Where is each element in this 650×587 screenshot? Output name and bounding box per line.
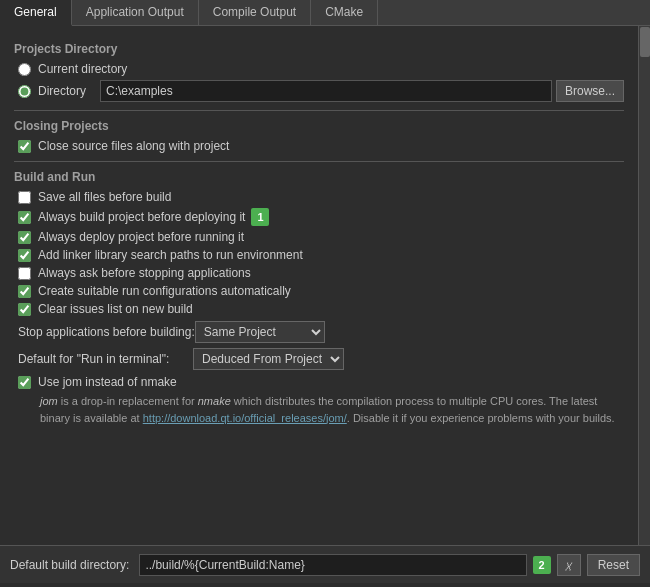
build-and-run-title: Build and Run [14, 170, 624, 184]
run-in-terminal-row: Default for "Run in terminal": Deduced F… [14, 348, 624, 370]
badge-2: 2 [533, 556, 551, 574]
stop-apps-label: Stop applications before building: [18, 325, 195, 339]
browse-button[interactable]: Browse... [556, 80, 624, 102]
run-in-terminal-select[interactable]: Deduced From Project Enabled Disabled [193, 348, 344, 370]
jom-italic-1: jom [40, 395, 58, 407]
directory-input[interactable] [100, 80, 552, 102]
jom-text-2: is a drop-in replacement for [58, 395, 198, 407]
directory-radio[interactable] [18, 85, 31, 98]
save-all-row: Save all files before build [14, 190, 624, 204]
reset-button[interactable]: Reset [587, 554, 640, 576]
divider-2 [14, 161, 624, 162]
main-content: Projects Directory Current directory Dir… [0, 26, 638, 545]
projects-directory-title: Projects Directory [14, 42, 624, 56]
tab-application-output[interactable]: Application Output [72, 0, 199, 25]
variable-icon: ꭓ [565, 557, 572, 573]
jom-italic-2: nmake [198, 395, 231, 407]
current-directory-label: Current directory [38, 62, 127, 76]
create-suitable-label: Create suitable run configurations autom… [38, 284, 291, 298]
create-suitable-checkbox[interactable] [18, 285, 31, 298]
current-directory-row: Current directory [14, 62, 624, 76]
always-deploy-row: Always deploy project before running it [14, 230, 624, 244]
add-linker-row: Add linker library search paths to run e… [14, 248, 624, 262]
always-build-row: Always build project before deploying it… [14, 208, 624, 226]
always-deploy-checkbox[interactable] [18, 231, 31, 244]
create-suitable-row: Create suitable run configurations autom… [14, 284, 624, 298]
use-jom-label: Use jom instead of nmake [38, 375, 177, 389]
always-build-label: Always build project before deploying it [38, 210, 245, 224]
directory-label: Directory [38, 84, 100, 98]
tab-cmake-label: CMake [325, 5, 363, 19]
scrollbar-thumb[interactable] [640, 27, 650, 57]
add-linker-checkbox[interactable] [18, 249, 31, 262]
add-linker-label: Add linker library search paths to run e… [38, 248, 303, 262]
tab-cmake[interactable]: CMake [311, 0, 378, 25]
run-in-terminal-label: Default for "Run in terminal": [18, 352, 193, 366]
tab-bar: General Application Output Compile Outpu… [0, 0, 650, 26]
close-source-row: Close source files along with project [14, 139, 624, 153]
directory-row: Directory Browse... [14, 80, 624, 102]
stop-apps-row: Stop applications before building: Same … [14, 321, 624, 343]
closing-projects-title: Closing Projects [14, 119, 624, 133]
scrollbar[interactable] [638, 26, 650, 545]
stop-apps-select[interactable]: Same Project Always Never [195, 321, 325, 343]
badge-1: 1 [251, 208, 269, 226]
use-jom-row: Use jom instead of nmake [14, 375, 624, 389]
jom-text-4: . Disable it if you experience problems … [347, 412, 615, 424]
close-source-label: Close source files along with project [38, 139, 229, 153]
jom-link[interactable]: http://download.qt.io/official_releases/… [143, 412, 347, 424]
tab-compile-output[interactable]: Compile Output [199, 0, 311, 25]
tab-compile-output-label: Compile Output [213, 5, 296, 19]
always-ask-checkbox[interactable] [18, 267, 31, 280]
always-ask-row: Always ask before stopping applications [14, 266, 624, 280]
always-build-checkbox[interactable] [18, 211, 31, 224]
clear-issues-label: Clear issues list on new build [38, 302, 193, 316]
jom-description: jom is a drop-in replacement for nmake w… [14, 393, 624, 426]
always-ask-label: Always ask before stopping applications [38, 266, 251, 280]
variable-button[interactable]: ꭓ [557, 554, 581, 576]
current-directory-radio[interactable] [18, 63, 31, 76]
tab-general-label: General [14, 5, 57, 19]
divider-1 [14, 110, 624, 111]
build-dir-label: Default build directory: [10, 558, 129, 572]
tab-general[interactable]: General [0, 0, 72, 26]
bottom-bar: Default build directory: 2 ꭓ Reset [0, 545, 650, 583]
clear-issues-row: Clear issues list on new build [14, 302, 624, 316]
close-source-checkbox[interactable] [18, 140, 31, 153]
use-jom-checkbox[interactable] [18, 376, 31, 389]
save-all-checkbox[interactable] [18, 191, 31, 204]
always-deploy-label: Always deploy project before running it [38, 230, 244, 244]
save-all-label: Save all files before build [38, 190, 171, 204]
tab-application-output-label: Application Output [86, 5, 184, 19]
content-wrapper: Projects Directory Current directory Dir… [0, 26, 650, 545]
clear-issues-checkbox[interactable] [18, 303, 31, 316]
build-dir-input[interactable] [139, 554, 526, 576]
